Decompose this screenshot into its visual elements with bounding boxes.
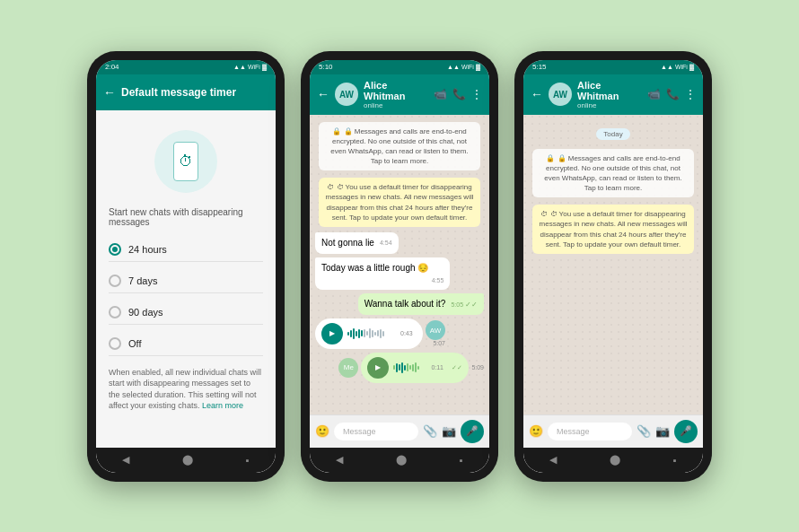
check-marks-3: ✓✓ xyxy=(465,301,478,309)
status-bar-3: 5:15 ▲▲ WiFi ▓ xyxy=(523,60,703,74)
settings-label: Start new chats with disappearing messag… xyxy=(109,207,263,227)
contact-name-3: Alice Whitman xyxy=(577,80,642,101)
mic-btn-2[interactable]: 🎤 xyxy=(461,420,484,443)
input-placeholder-2: Message xyxy=(343,427,376,436)
phone-1-screen: 2:04 ▲▲ WiFi ▓ ← Default message timer ⏱ xyxy=(96,60,276,473)
chat-back-3[interactable]: ← xyxy=(531,87,543,101)
encryption-text-2: 🔒 Messages and calls are end-to-end encr… xyxy=(330,127,468,166)
radio-7d[interactable] xyxy=(109,275,121,287)
timer-illustration: ⏱ xyxy=(109,121,263,200)
mic-btn-3[interactable]: 🎤 xyxy=(674,420,698,443)
chat-content-3: Today 🔒 🔒 Messages and calls are end-to-… xyxy=(523,115,703,448)
back-nav-2[interactable]: ◀ xyxy=(336,454,343,466)
message-input-3[interactable]: Message xyxy=(548,423,632,440)
date-label: Today xyxy=(596,128,629,140)
battery-2: ▓ xyxy=(476,64,480,70)
lock-icon-2: 🔒 xyxy=(332,127,341,135)
msg-1-text: Not gonna lie xyxy=(321,238,374,248)
voice-msg-1: ▶ xyxy=(315,318,423,349)
encryption-notice-2: 🔒 🔒 Messages and calls are end-to-end en… xyxy=(319,122,480,171)
camera-btn-3[interactable]: 📷 xyxy=(655,424,670,438)
back-nav-1[interactable]: ◀ xyxy=(122,454,129,466)
option-off[interactable]: Off xyxy=(109,332,263,356)
voice-duration-2: 0:11 xyxy=(431,364,447,371)
timer-icon: ⏱ xyxy=(179,153,193,170)
back-button[interactable]: ← xyxy=(103,85,116,100)
status-icons-2: ▲▲ WiFi ▓ xyxy=(447,64,480,70)
phone-2: 5:10 ▲▲ WiFi ▓ ← AW Alice Whitman online… xyxy=(301,51,498,482)
status-bar-1: 2:04 ▲▲ WiFi ▓ xyxy=(96,60,276,74)
wifi-2: WiFi xyxy=(461,64,474,70)
phone-icon-2[interactable]: 📞 xyxy=(452,88,466,100)
msg-1: Not gonna lie 4:54 xyxy=(315,232,399,254)
status-icons-3: ▲▲ WiFi ▓ xyxy=(661,64,694,70)
scene: 2:04 ▲▲ WiFi ▓ ← Default message timer ⏱ xyxy=(69,33,730,500)
settings-top-bar: ← Default message timer xyxy=(96,74,276,110)
home-nav-2[interactable]: ⬤ xyxy=(396,454,407,466)
recents-nav-3[interactable]: ▪ xyxy=(673,455,677,466)
msg-3-time: 5:05 ✓✓ xyxy=(451,300,478,310)
option-90d[interactable]: 90 days xyxy=(109,301,263,325)
time-1: 2:04 xyxy=(105,63,119,71)
back-nav-3[interactable]: ◀ xyxy=(549,454,557,466)
radio-off[interactable] xyxy=(109,337,121,350)
msg-3-text: Wanna talk about it? xyxy=(364,299,446,309)
signal-icon: ▲▲ xyxy=(233,64,246,70)
emoji-btn-3[interactable]: 🙂 xyxy=(529,424,543,438)
radio-90d[interactable] xyxy=(109,306,121,318)
contact-name-2: Alice Whitman xyxy=(364,80,428,101)
recents-nav-1[interactable]: ▪ xyxy=(246,455,250,466)
video-icon-2[interactable]: 📹 xyxy=(434,88,447,100)
option-7d[interactable]: 7 days xyxy=(109,269,263,293)
wb xyxy=(380,329,382,338)
recents-nav-2[interactable]: ▪ xyxy=(460,455,463,466)
nav-bar-3: ◀ ⬤ ▪ xyxy=(523,448,703,473)
voice-1-total: 5:07 xyxy=(433,340,445,346)
option-24h[interactable]: 24 hours xyxy=(109,238,263,262)
timer-icon-2: ⏱ xyxy=(327,183,334,191)
label-7d: 7 days xyxy=(128,275,157,286)
chat-content-2: 🔒 🔒 Messages and calls are end-to-end en… xyxy=(310,115,489,448)
msg-3: Wanna talk about it? 5:05 ✓✓ xyxy=(358,293,484,315)
msg-3-time-val: 5:05 xyxy=(451,301,463,308)
more-icon-3[interactable]: ⋮ xyxy=(685,88,696,100)
play-btn-2[interactable]: ▶ xyxy=(367,357,389,379)
home-nav-1[interactable]: ⬤ xyxy=(182,454,193,466)
chat-top-bar-2: ← AW Alice Whitman online 📹 📞 ⋮ xyxy=(310,74,489,115)
chat-back-2[interactable]: ← xyxy=(317,87,329,101)
label-off: Off xyxy=(128,338,141,349)
learn-more-link[interactable]: Learn more xyxy=(202,401,243,410)
radio-24h[interactable] xyxy=(109,243,121,256)
input-placeholder-3: Message xyxy=(557,427,590,436)
voice-avatar-2: Me xyxy=(338,358,358,378)
wb xyxy=(404,365,406,371)
encryption-text-3: 🔒 Messages and calls are end-to-end encr… xyxy=(544,154,681,193)
wb xyxy=(366,331,368,336)
voice-msg-2-wrapper: Me ▶ xyxy=(338,353,484,383)
message-input-2[interactable]: Message xyxy=(334,423,418,440)
settings-footer: When enabled, all new individual chats w… xyxy=(109,367,263,412)
top-bar-icons-2: 📹 📞 ⋮ xyxy=(434,88,482,100)
time-3: 5:15 xyxy=(532,63,547,71)
video-icon-3[interactable]: 📹 xyxy=(647,88,661,100)
label-24h: 24 hours xyxy=(128,244,167,255)
phone-icon-3[interactable]: 📞 xyxy=(666,88,680,100)
emoji-btn-2[interactable]: 🙂 xyxy=(315,424,329,438)
top-bar-icons-3: 📹 📞 ⋮ xyxy=(647,88,696,100)
attachment-btn-3[interactable]: 📎 xyxy=(637,424,651,438)
home-nav-3[interactable]: ⬤ xyxy=(610,454,620,466)
attachment-btn-2[interactable]: 📎 xyxy=(423,424,437,438)
timer-text-3: ⏱ You use a default timer for disappeari… xyxy=(540,210,688,249)
more-icon-2[interactable]: ⋮ xyxy=(471,88,482,100)
wb xyxy=(369,328,371,338)
phone-2-screen: 5:10 ▲▲ WiFi ▓ ← AW Alice Whitman online… xyxy=(310,60,489,473)
settings-content: ⏱ Start new chats with disappearing mess… xyxy=(96,110,276,448)
msg-2: Today was a little rough 😔 4:55 xyxy=(315,257,450,290)
battery-icon: ▓ xyxy=(262,64,267,70)
play-btn-1[interactable]: ▶ xyxy=(321,323,343,344)
wb xyxy=(377,330,379,336)
label-90d: 90 days xyxy=(128,307,163,318)
wb xyxy=(356,331,357,336)
camera-btn-2[interactable]: 📷 xyxy=(442,424,456,438)
battery-3: ▓ xyxy=(689,64,694,70)
